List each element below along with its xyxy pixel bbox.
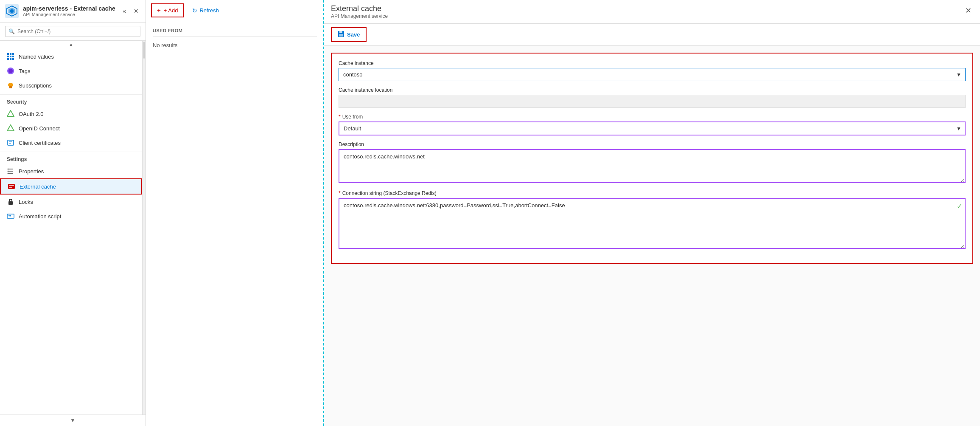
security-section-header: Security xyxy=(0,94,142,107)
nav-list: Named values Tags Subscriptions Security xyxy=(0,41,142,415)
search-input[interactable] xyxy=(5,26,140,37)
scrollbar-thumb[interactable] xyxy=(143,42,145,59)
cache-instance-select-wrapper: contoso ▼ xyxy=(339,68,966,81)
connection-string-valid-icon: ✓ xyxy=(957,202,962,210)
form-area: Cache instance contoso ▼ Cache instance … xyxy=(324,46,980,426)
svg-text:!: ! xyxy=(10,113,11,116)
sidebar-item-oauth2[interactable]: ! OAuth 2.0 xyxy=(0,107,142,121)
svg-point-14 xyxy=(8,69,13,73)
tags-icon xyxy=(7,67,14,75)
svg-rect-8 xyxy=(10,56,11,57)
settings-section-header: Settings xyxy=(0,152,142,164)
scrollbar-track xyxy=(142,41,146,415)
subscriptions-icon xyxy=(7,82,14,89)
sidebar-item-label: Subscriptions xyxy=(19,82,52,89)
openid-icon: ! xyxy=(7,124,14,132)
search-bar: 🔍 xyxy=(0,23,146,41)
right-header: External cache API Management service ✕ xyxy=(324,0,980,24)
left-panel: apim-serverless - External cache API Man… xyxy=(0,0,146,426)
cache-instance-location-input[interactable] xyxy=(339,95,966,108)
add-button[interactable]: + + Add xyxy=(151,3,184,17)
use-from-select[interactable]: Default xyxy=(339,121,966,135)
connection-string-wrapper: contoso.redis.cache.windows.net:6380,pas… xyxy=(339,198,966,250)
sidebar-item-openid[interactable]: ! OpenID Connect xyxy=(0,121,142,135)
add-label: + Add xyxy=(164,7,178,14)
svg-rect-38 xyxy=(339,34,343,37)
sidebar-item-label: OpenID Connect xyxy=(19,125,60,132)
cache-instance-select[interactable]: contoso xyxy=(339,68,966,81)
svg-rect-31 xyxy=(9,185,14,186)
used-from-header: USED FROM xyxy=(153,28,317,37)
svg-rect-5 xyxy=(10,53,11,55)
sidebar-item-automation[interactable]: Automation script xyxy=(0,209,142,223)
description-field: Description contoso.redis.cache.windows.… xyxy=(339,141,966,184)
right-header-text: External cache API Management service xyxy=(331,4,388,19)
cache-instance-field: Cache instance contoso ▼ xyxy=(339,60,966,81)
sidebar-item-tags[interactable]: Tags xyxy=(0,64,142,78)
svg-point-3 xyxy=(10,9,14,13)
sidebar-item-named-values[interactable]: Named values xyxy=(0,49,142,64)
svg-rect-7 xyxy=(7,56,9,57)
sidebar-item-label: Client certificates xyxy=(19,140,61,146)
cache-instance-label: Cache instance xyxy=(339,60,966,66)
properties-icon xyxy=(7,167,14,175)
svg-rect-30 xyxy=(8,184,15,189)
svg-rect-9 xyxy=(12,56,14,57)
connection-string-required-star: * xyxy=(339,190,341,196)
svg-rect-16 xyxy=(9,86,12,88)
connection-string-field: * Connection string (StackExchange.Redis… xyxy=(339,190,966,250)
form-section: Cache instance contoso ▼ Cache instance … xyxy=(331,53,973,264)
sidebar-item-client-certs[interactable]: Client certificates xyxy=(0,135,142,150)
use-from-required-star: * xyxy=(339,114,341,120)
use-from-field: * Use from Default ▼ xyxy=(339,114,966,135)
search-icon: 🔍 xyxy=(8,28,15,34)
svg-rect-21 xyxy=(8,140,14,145)
scroll-down-button[interactable]: ▼ xyxy=(70,417,76,424)
svg-rect-32 xyxy=(9,187,12,188)
refresh-label: Refresh xyxy=(199,7,219,14)
save-icon xyxy=(338,31,344,39)
svg-rect-37 xyxy=(339,31,342,33)
dashed-separator xyxy=(323,0,324,426)
description-textarea[interactable]: contoso.redis.cache.windows.net xyxy=(339,149,966,183)
description-label: Description xyxy=(339,141,966,147)
save-label: Save xyxy=(347,31,360,38)
add-icon: + xyxy=(157,7,161,14)
sidebar-item-properties[interactable]: Properties xyxy=(0,164,142,178)
svg-rect-6 xyxy=(12,53,14,55)
middle-toolbar: + + Add ↻ Refresh xyxy=(146,0,324,21)
no-results-text: No results xyxy=(153,42,317,48)
cert-icon xyxy=(7,139,14,147)
left-panel-subtitle: API Management service xyxy=(23,12,117,17)
svg-rect-12 xyxy=(12,58,14,60)
sidebar-item-locks[interactable]: Locks xyxy=(0,195,142,209)
save-button[interactable]: Save xyxy=(331,27,367,42)
sidebar-item-label: External cache xyxy=(20,183,56,190)
close-left-panel-button[interactable]: ✕ xyxy=(132,6,140,16)
sidebar-item-label: Automation script xyxy=(19,213,61,220)
right-panel: External cache API Management service ✕ … xyxy=(324,0,980,426)
sidebar-item-label: Named values xyxy=(19,54,54,60)
connection-string-label: * Connection string (StackExchange.Redis… xyxy=(339,190,966,196)
close-right-panel-button[interactable]: ✕ xyxy=(963,4,973,17)
sidebar-item-external-cache[interactable]: External cache xyxy=(0,178,142,195)
svg-rect-11 xyxy=(10,58,11,60)
svg-point-28 xyxy=(8,171,9,172)
oauth-icon: ! xyxy=(7,110,14,118)
refresh-icon: ↻ xyxy=(192,7,197,14)
collapse-panel-button[interactable]: « xyxy=(121,6,128,16)
svg-marker-19 xyxy=(7,125,14,131)
sidebar-item-subscriptions[interactable]: Subscriptions xyxy=(0,78,142,93)
cache-instance-location-label: Cache instance location xyxy=(339,87,966,93)
scroll-up-button[interactable]: ▲ xyxy=(68,41,75,48)
right-panel-subtitle: API Management service xyxy=(331,13,388,19)
cache-icon xyxy=(8,183,15,190)
right-toolbar: Save xyxy=(324,24,980,46)
sidebar-item-label: OAuth 2.0 xyxy=(19,111,44,117)
scroll-arrows: ▼ xyxy=(0,415,146,426)
right-panel-title: External cache xyxy=(331,4,388,13)
sidebar-item-label: Tags xyxy=(19,68,30,74)
sidebar-item-label: Properties xyxy=(19,168,44,175)
connection-string-textarea[interactable]: contoso.redis.cache.windows.net:6380,pas… xyxy=(339,198,966,249)
refresh-button[interactable]: ↻ Refresh xyxy=(187,5,224,17)
